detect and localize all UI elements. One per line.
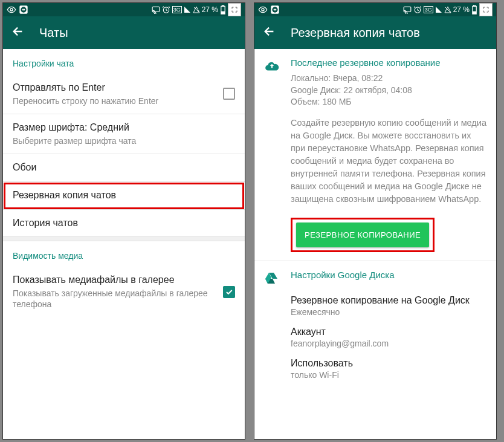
section-media-visibility: Видимость медиа	[3, 241, 245, 267]
svg-rect-3	[152, 7, 160, 11]
row-subtitle: Выберите размер шрифта чата	[13, 135, 235, 146]
row-gd-account[interactable]: Аккаунт feanorplaying@gmail.com	[291, 322, 486, 353]
row-gd-frequency[interactable]: Резервное копирование на Google Диск Еже…	[291, 290, 486, 322]
svg-rect-11	[404, 7, 411, 11]
app-bar: Резервная копия чатов	[254, 16, 496, 49]
screen-chats-settings: 3G 27 % Чаты Настройки чата Отправлять п…	[2, 2, 245, 440]
last-backup-header: Последнее резервное копирование	[291, 57, 486, 68]
battery-icon	[471, 5, 477, 15]
back-icon[interactable]	[263, 25, 276, 41]
row-title: История чатов	[13, 217, 235, 230]
network-3g-icon: 3G	[424, 6, 433, 13]
cast-icon	[403, 5, 412, 14]
row-font-size[interactable]: Размер шрифта: Средний Выберите размер ш…	[3, 114, 245, 154]
network-3g-icon: 3G	[172, 6, 182, 13]
svg-rect-15	[473, 11, 476, 13]
row-title: Отправлять по Enter	[13, 82, 216, 94]
eye-icon	[258, 5, 268, 15]
row-media-visibility[interactable]: Показывать медиафайлы в галерее Показыва…	[3, 267, 245, 317]
page-title: Резервная копия чатов	[291, 26, 420, 40]
status-bar: 3G 27 %	[254, 3, 496, 16]
row-subtitle: Ежемесячно	[291, 307, 486, 317]
section-divider	[3, 236, 245, 241]
backup-button-highlight: РЕЗЕРВНОЕ КОПИРОВАНИЕ	[291, 218, 435, 252]
backup-gdrive-line: Google Диск: 22 октября, 04:08	[291, 85, 486, 97]
checkbox-unchecked-icon[interactable]	[223, 88, 235, 100]
row-chat-backup[interactable]: Резервная копия чатов	[3, 182, 245, 210]
svg-rect-6	[222, 5, 224, 7]
signal-icon	[184, 6, 191, 13]
eye-icon	[7, 5, 16, 15]
row-subtitle: feanorplaying@gmail.com	[291, 339, 486, 348]
teamviewer-icon	[270, 5, 280, 15]
row-title: Резервное копирование на Google Диск	[291, 295, 486, 306]
row-title: Размер шрифта: Средний	[13, 122, 235, 134]
row-gd-network[interactable]: Использовать только Wi-Fi	[291, 353, 486, 385]
expand-badge	[228, 3, 241, 16]
backup-local-line: Локально: Вчера, 08:22	[291, 73, 486, 85]
alarm-icon	[162, 5, 170, 14]
row-title: Аккаунт	[291, 327, 486, 337]
row-subtitle: только Wi-Fi	[291, 370, 486, 380]
no-sim-icon	[444, 6, 451, 13]
svg-point-8	[262, 8, 264, 11]
google-drive-section: Настройки Google Диска	[254, 261, 496, 290]
checkbox-checked-icon[interactable]	[223, 286, 235, 298]
row-title: Обои	[13, 161, 235, 174]
battery-text: 27 %	[202, 5, 218, 14]
app-bar: Чаты	[3, 16, 245, 49]
svg-rect-14	[473, 5, 475, 7]
svg-point-0	[10, 8, 13, 11]
page-title: Чаты	[39, 26, 68, 40]
row-title: Показывать медиафайлы в галерее	[13, 274, 216, 287]
row-title: Резервная копия чатов	[13, 189, 235, 202]
status-bar: 3G 27 %	[3, 3, 245, 16]
screen-chat-backup: 3G 27 % Резервная копия чатов Последнее …	[254, 2, 497, 440]
back-icon[interactable]	[11, 25, 25, 41]
battery-text: 27 %	[453, 5, 470, 14]
gd-settings-header: Настройки Google Диска	[291, 270, 486, 280]
alarm-icon	[413, 5, 422, 14]
no-sim-icon	[193, 6, 200, 13]
signal-icon	[435, 6, 442, 13]
backup-now-button[interactable]: РЕЗЕРВНОЕ КОПИРОВАНИЕ	[296, 223, 429, 247]
backup-description: Создайте резервную копию сообщений и мед…	[291, 117, 486, 206]
teamviewer-icon	[19, 5, 28, 15]
row-title: Использовать	[291, 358, 486, 369]
svg-rect-7	[222, 11, 225, 13]
row-subtitle: Показывать загруженные медиафайлы в гале…	[13, 288, 216, 310]
section-chat-settings: Настройки чата	[3, 49, 245, 74]
last-backup-block: Последнее резервное копирование Локально…	[254, 49, 496, 261]
row-wallpaper[interactable]: Обои	[3, 154, 245, 182]
backup-size-line: Объем: 180 МБ	[291, 96, 486, 108]
row-enter-send[interactable]: Отправлять по Enter Переносить строку по…	[3, 74, 245, 114]
row-chat-history[interactable]: История чатов	[3, 210, 245, 237]
google-drive-icon	[264, 270, 280, 288]
cloud-upload-icon	[264, 57, 280, 252]
row-subtitle: Переносить строку по нажатию Enter	[13, 96, 216, 106]
battery-icon	[220, 5, 226, 15]
expand-badge	[479, 3, 493, 16]
cast-icon	[152, 5, 160, 14]
